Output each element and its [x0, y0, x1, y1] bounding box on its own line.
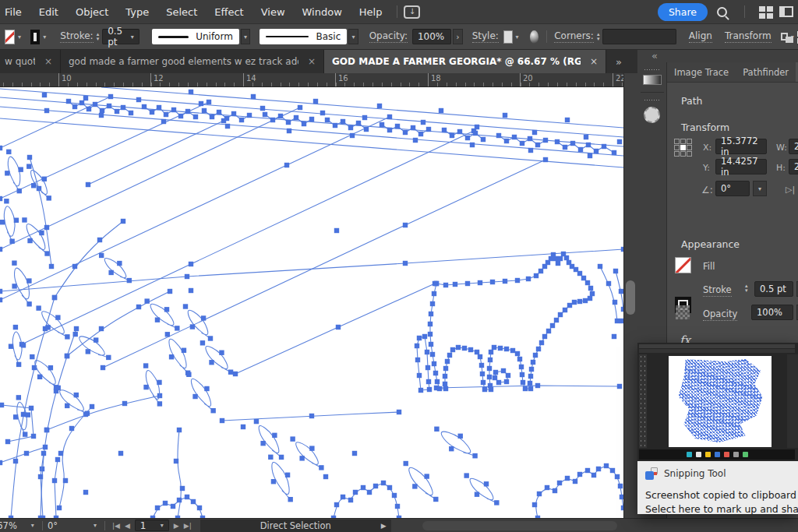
anchor-point[interactable] — [515, 278, 520, 283]
anchor-point[interactable] — [478, 354, 482, 359]
anchor-point[interactable] — [26, 301, 31, 306]
anchor-point[interactable] — [69, 426, 74, 431]
anchor-point[interactable] — [36, 305, 41, 310]
anchor-point[interactable] — [457, 129, 462, 134]
anchor-point[interactable] — [287, 129, 291, 133]
anchor-point[interactable] — [437, 386, 442, 391]
anchor-point[interactable] — [427, 387, 432, 392]
anchor-point[interactable] — [16, 362, 21, 367]
anchor-point[interactable] — [168, 289, 172, 294]
anchor-point[interactable] — [26, 278, 31, 283]
anchor-point[interactable] — [37, 375, 42, 379]
anchor-point[interactable] — [558, 256, 563, 261]
anchor-point[interactable] — [143, 385, 148, 389]
anchor-point[interactable] — [108, 94, 113, 99]
anchor-point[interactable] — [31, 183, 36, 188]
h-field[interactable]: 29 — [789, 159, 798, 174]
anchor-point[interactable] — [21, 343, 26, 347]
anchor-point[interactable] — [191, 499, 196, 504]
anchor-point[interactable] — [537, 491, 542, 496]
anchor-point[interactable] — [155, 317, 160, 322]
scrollbar-thumb[interactable] — [626, 280, 635, 315]
anchor-point[interactable] — [532, 130, 537, 135]
anchor-point[interactable] — [612, 334, 616, 339]
anchor-point[interactable] — [465, 281, 470, 286]
anchor-point[interactable] — [320, 111, 325, 115]
anchor-point[interactable] — [487, 366, 492, 371]
vector-path[interactable] — [4, 206, 15, 241]
anchor-point[interactable] — [450, 347, 455, 352]
next-artboard-icon[interactable]: ▶ — [171, 522, 182, 530]
anchor-point[interactable] — [44, 428, 49, 432]
anchor-point[interactable] — [577, 472, 582, 477]
anchor-point[interactable] — [0, 247, 2, 252]
appearance-stroke-field[interactable]: 0.5 pt — [754, 281, 793, 297]
chevron-down-icon[interactable]: ▾ — [15, 33, 24, 41]
x-field[interactable]: 15.3772 in — [715, 139, 767, 154]
anchor-point[interactable] — [202, 108, 207, 113]
anchor-point[interactable] — [45, 325, 50, 329]
anchor-point[interactable] — [127, 278, 132, 283]
anchor-point[interactable] — [387, 485, 392, 490]
stroke-swatch[interactable] — [30, 30, 40, 44]
anchor-point[interactable] — [27, 155, 32, 160]
arrange-documents-icon[interactable] — [779, 6, 793, 17]
close-icon[interactable]: × — [44, 56, 52, 67]
anchor-point[interactable] — [0, 196, 2, 201]
anchor-point[interactable] — [83, 96, 88, 100]
anchor-point[interactable] — [534, 273, 538, 278]
anchor-point[interactable] — [288, 497, 292, 502]
anchor-point[interactable] — [171, 504, 175, 509]
snipping-tool-notification[interactable]: Snipping Tool Screenshot copied to clipb… — [637, 343, 798, 514]
anchor-point[interactable] — [157, 401, 162, 406]
anchor-point[interactable] — [590, 291, 595, 296]
anchor-point[interactable] — [52, 295, 57, 300]
vector-path[interactable] — [296, 442, 322, 468]
close-icon[interactable]: × — [590, 56, 598, 67]
anchor-point[interactable] — [543, 157, 548, 162]
anchor-point[interactable] — [348, 125, 353, 130]
vector-path[interactable] — [67, 291, 170, 356]
vector-path[interactable] — [206, 346, 231, 372]
anchor-point[interactable] — [341, 495, 345, 499]
anchor-point[interactable] — [429, 312, 433, 316]
zoom-chevron[interactable]: ▾ — [28, 522, 37, 529]
anchor-point[interactable] — [30, 354, 34, 359]
anchor-point[interactable] — [199, 101, 203, 106]
anchor-point[interactable] — [290, 436, 295, 441]
anchor-point[interactable] — [558, 312, 563, 317]
profile-chevron-button[interactable]: ▾ — [241, 29, 250, 44]
anchor-point[interactable] — [462, 346, 467, 351]
anchor-point[interactable] — [122, 401, 127, 406]
anchor-point[interactable] — [464, 473, 468, 477]
anchor-point[interactable] — [588, 296, 592, 301]
fill-label[interactable]: Fill — [703, 261, 715, 272]
collapse-panels-icon[interactable]: « — [651, 50, 658, 62]
anchor-point[interactable] — [432, 291, 436, 296]
arrange-shapes-icon[interactable] — [781, 33, 788, 41]
anchor-point[interactable] — [480, 372, 485, 376]
anchor-point[interactable] — [49, 264, 54, 269]
anchor-point[interactable] — [115, 109, 119, 114]
menu-edit[interactable]: Edit — [30, 6, 67, 18]
anchor-point[interactable] — [63, 478, 68, 483]
anchor-point[interactable] — [228, 370, 233, 375]
anchor-point[interactable] — [0, 289, 2, 294]
anchor-point[interactable] — [118, 451, 123, 456]
anchor-point[interactable] — [377, 104, 382, 108]
vector-path[interactable] — [470, 478, 496, 502]
anchor-point[interactable] — [594, 149, 598, 153]
anchor-point[interactable] — [58, 451, 63, 456]
anchor-point[interactable] — [27, 238, 32, 243]
anchor-point[interactable] — [577, 271, 582, 276]
anchor-point[interactable] — [24, 451, 29, 456]
anchor-point[interactable] — [319, 465, 323, 470]
anchor-point[interactable] — [617, 139, 622, 144]
anchor-point[interactable] — [496, 133, 501, 138]
anchor-point[interactable] — [519, 365, 524, 369]
anchor-point[interactable] — [210, 408, 215, 413]
anchor-point[interactable] — [220, 418, 224, 423]
anchor-point[interactable] — [565, 476, 570, 481]
anchor-point[interactable] — [492, 345, 496, 350]
anchor-point[interactable] — [0, 298, 2, 302]
